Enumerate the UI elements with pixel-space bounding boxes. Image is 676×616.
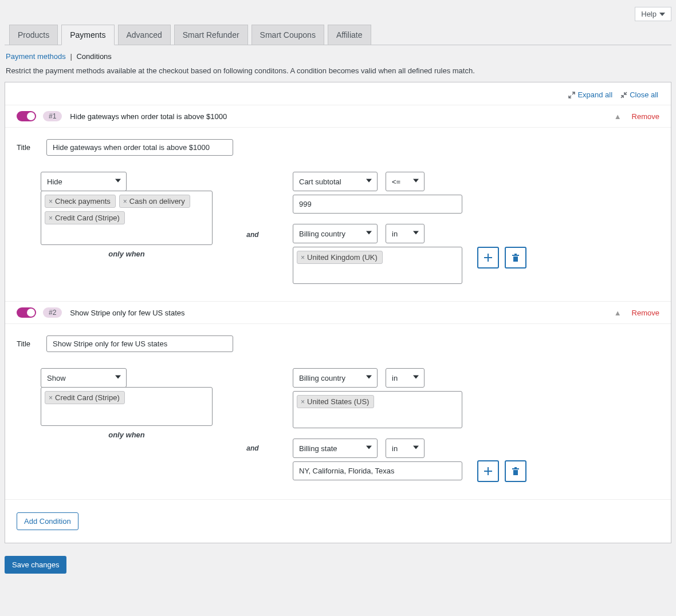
- remove-condition-link[interactable]: Remove: [632, 112, 659, 121]
- chevron-down-icon: [365, 230, 372, 236]
- rule-field-select[interactable]: Billing country: [293, 224, 378, 243]
- rule-field-select[interactable]: Billing country: [293, 368, 378, 388]
- subnav-payment-methods[interactable]: Payment methods: [6, 52, 66, 61]
- chevron-down-icon: [115, 177, 121, 184]
- subnav: Payment methods | Conditions: [5, 45, 671, 66]
- collapse-toggle-icon[interactable]: ▲: [614, 309, 622, 317]
- help-label: Help: [641, 10, 657, 18]
- action-select[interactable]: Hide: [41, 172, 127, 191]
- tab-bar: Products Payments Advanced Smart Refunde…: [5, 25, 671, 45]
- only-when-label: only when: [41, 250, 213, 258]
- plus-icon: [484, 253, 493, 262]
- condition-header: #1 Hide gateways when order total is abo…: [5, 105, 671, 128]
- page-description: Restrict the payment methods available a…: [5, 66, 671, 82]
- trash-icon: [511, 253, 520, 262]
- condition-block: #2 Show Stripe only for few US states ▲ …: [5, 301, 671, 499]
- condition-toggle[interactable]: [17, 111, 36, 121]
- chevron-down-icon: [412, 230, 419, 236]
- add-condition-button[interactable]: Add Condition: [17, 512, 78, 530]
- country-tag-box[interactable]: ×United States (US): [293, 391, 462, 428]
- chevron-down-icon: [365, 444, 372, 451]
- country-tag-box[interactable]: ×United Kingdom (UK): [293, 247, 462, 284]
- chevron-down-icon: [115, 374, 121, 381]
- condition-header: #2 Show Stripe only for few US states ▲ …: [5, 302, 671, 324]
- add-rule-button[interactable]: [477, 247, 499, 268]
- remove-tag-icon[interactable]: ×: [49, 394, 53, 402]
- action-select[interactable]: Show: [41, 368, 127, 388]
- caret-down-icon: [659, 11, 665, 17]
- expand-all-link[interactable]: Expand all: [568, 90, 612, 99]
- gateways-tag-box[interactable]: ×Check payments ×Cash on delivery ×Credi…: [41, 191, 213, 245]
- gateway-tag: ×Check payments: [45, 195, 116, 208]
- remove-tag-icon[interactable]: ×: [49, 198, 53, 206]
- chevron-down-icon: [365, 374, 372, 381]
- remove-tag-icon[interactable]: ×: [301, 254, 305, 262]
- rule-value-input[interactable]: [293, 461, 462, 480]
- trash-icon: [511, 467, 520, 476]
- rule-value-input[interactable]: [293, 195, 462, 214]
- chevron-down-icon: [412, 374, 419, 381]
- remove-tag-icon[interactable]: ×: [123, 198, 127, 206]
- rule-field-select[interactable]: Billing state: [293, 439, 378, 458]
- remove-condition-link[interactable]: Remove: [632, 309, 659, 317]
- country-tag: ×United States (US): [297, 395, 374, 408]
- subnav-conditions[interactable]: Conditions: [76, 52, 111, 61]
- and-label: and: [246, 231, 258, 239]
- condition-name: Show Stripe only for few US states: [70, 309, 184, 317]
- gateway-tag: ×Cash on delivery: [119, 195, 190, 208]
- remove-tag-icon[interactable]: ×: [49, 214, 53, 222]
- chevron-down-icon: [412, 177, 419, 184]
- conditions-panel: Expand all Close all #1 Hide gateways wh…: [5, 82, 671, 543]
- condition-title-input[interactable]: [46, 335, 233, 352]
- gateway-tag: ×Credit Card (Stripe): [45, 211, 125, 224]
- condition-badge: #2: [43, 307, 62, 318]
- collapse-toggle-icon[interactable]: ▲: [614, 112, 622, 121]
- title-label: Title: [17, 143, 35, 152]
- title-label: Title: [17, 339, 35, 348]
- condition-title-input[interactable]: [46, 139, 233, 156]
- rule-operator-select[interactable]: in: [386, 224, 425, 243]
- rule-field-select[interactable]: Cart subtotal: [293, 172, 378, 191]
- remove-tag-icon[interactable]: ×: [301, 398, 305, 406]
- chevron-down-icon: [412, 444, 419, 451]
- save-changes-button[interactable]: Save changes: [5, 556, 66, 574]
- tab-smart-refunder[interactable]: Smart Refunder: [174, 25, 248, 45]
- tab-payments[interactable]: Payments: [61, 25, 114, 45]
- add-rule-button[interactable]: [477, 460, 499, 482]
- gateway-tag: ×Credit Card (Stripe): [45, 391, 125, 404]
- gateways-tag-box[interactable]: ×Credit Card (Stripe): [41, 387, 213, 426]
- expand-icon: [568, 92, 575, 98]
- tab-affiliate[interactable]: Affiliate: [328, 25, 371, 45]
- chevron-down-icon: [365, 177, 372, 184]
- rule-operator-select[interactable]: in: [386, 439, 425, 458]
- only-when-label: only when: [41, 431, 213, 439]
- close-all-link[interactable]: Close all: [620, 90, 658, 99]
- condition-toggle[interactable]: [17, 307, 36, 318]
- condition-badge: #1: [43, 111, 62, 121]
- tab-advanced[interactable]: Advanced: [118, 25, 171, 45]
- tab-smart-coupons[interactable]: Smart Coupons: [251, 25, 324, 45]
- tab-products[interactable]: Products: [9, 25, 58, 45]
- and-label: and: [246, 444, 258, 452]
- help-button[interactable]: Help: [635, 7, 671, 21]
- delete-rule-button[interactable]: [505, 460, 526, 482]
- rule-operator-select[interactable]: in: [386, 368, 425, 388]
- delete-rule-button[interactable]: [505, 247, 526, 268]
- rule-operator-select[interactable]: <=: [386, 172, 425, 191]
- condition-name: Hide gateways when order total is above …: [70, 112, 227, 121]
- condition-block: #1 Hide gateways when order total is abo…: [5, 105, 671, 301]
- plus-icon: [484, 467, 493, 476]
- country-tag: ×United Kingdom (UK): [297, 251, 383, 264]
- collapse-icon: [620, 92, 627, 98]
